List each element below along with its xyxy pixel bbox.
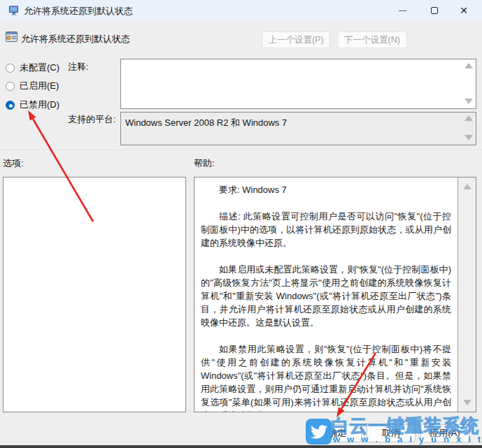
options-label: 选项:	[3, 157, 24, 170]
scroll-up-icon[interactable]	[465, 115, 473, 121]
help-paragraph: 如果启用或未配置此策略设置，则"恢复"(位于控制面板中)的"高级恢复方法"页上将…	[201, 263, 451, 329]
help-paragraph: 如果禁用此策略设置，则"恢复"(位于控制面板中)将不提供"使用之前创建的系统映像…	[201, 342, 451, 412]
minimize-button[interactable]	[387, 0, 418, 21]
next-setting-button[interactable]: 下一个设置(N)	[337, 31, 407, 48]
options-panel	[3, 177, 186, 412]
comment-textarea[interactable]	[120, 59, 476, 109]
close-button[interactable]: ✕	[448, 0, 479, 21]
ok-button[interactable]: 确定	[313, 424, 362, 442]
group-policy-setting-dialog: 允许将系统还原到默认状态 ✕ 允许将系统还原到默认状态 上一个设置(P) 下一个…	[0, 0, 482, 448]
help-scrollbar[interactable]	[458, 178, 476, 412]
scroll-up-icon[interactable]	[463, 184, 472, 189]
radio-icon	[6, 101, 15, 110]
comment-label: 注释:	[68, 61, 89, 73]
window-title: 允许将系统还原到默认状态	[24, 5, 133, 17]
scroll-down-icon[interactable]	[465, 135, 473, 140]
radio-enabled[interactable]: 已启用(E)	[6, 80, 59, 92]
help-paragraph: 要求: Windows 7	[201, 183, 451, 196]
cancel-button[interactable]: 取消	[367, 424, 416, 442]
radio-not-configured[interactable]: 未配置(C)	[6, 62, 59, 74]
radio-disabled[interactable]: 已禁用(D)	[6, 99, 59, 111]
maximize-icon	[431, 7, 438, 14]
monitor-icon	[8, 5, 20, 16]
help-paragraph: 描述: 此策略设置可控制用户是否可以访问"恢复"(位于控制面板中)中的选项，以将…	[201, 210, 451, 250]
bottom-edge-strip	[0, 445, 482, 448]
radio-icon	[6, 64, 15, 73]
radio-label: 已启用(E)	[20, 80, 59, 92]
policy-setting-icon	[6, 31, 17, 43]
radio-icon	[6, 82, 15, 91]
help-panel: 要求: Windows 7 描述: 此策略设置可控制用户是否可以访问"恢复"(位…	[194, 177, 476, 412]
radio-label: 已禁用(D)	[20, 99, 59, 111]
scroll-up-icon[interactable]	[465, 63, 473, 68]
scroll-down-icon[interactable]	[465, 99, 473, 104]
help-label: 帮助:	[194, 157, 215, 170]
apply-button[interactable]: 应用(A)	[420, 424, 469, 442]
policy-name: 允许将系统还原到默认状态	[21, 33, 130, 45]
title-bar: 允许将系统还原到默认状态 ✕	[0, 0, 482, 21]
supported-on-label: 支持的平台:	[68, 113, 116, 126]
close-icon: ✕	[460, 5, 468, 16]
minimize-icon	[399, 10, 406, 11]
previous-setting-button[interactable]: 上一个设置(P)	[262, 31, 330, 48]
radio-label: 未配置(C)	[20, 62, 59, 74]
supported-on-value: Windows Server 2008 R2 和 Windows 7	[120, 112, 476, 145]
maximize-button[interactable]	[419, 0, 450, 21]
help-text: 要求: Windows 7 描述: 此策略设置可控制用户是否可以访问"恢复"(位…	[194, 178, 458, 412]
scroll-down-icon[interactable]	[463, 400, 472, 405]
section-divider	[0, 150, 482, 150]
